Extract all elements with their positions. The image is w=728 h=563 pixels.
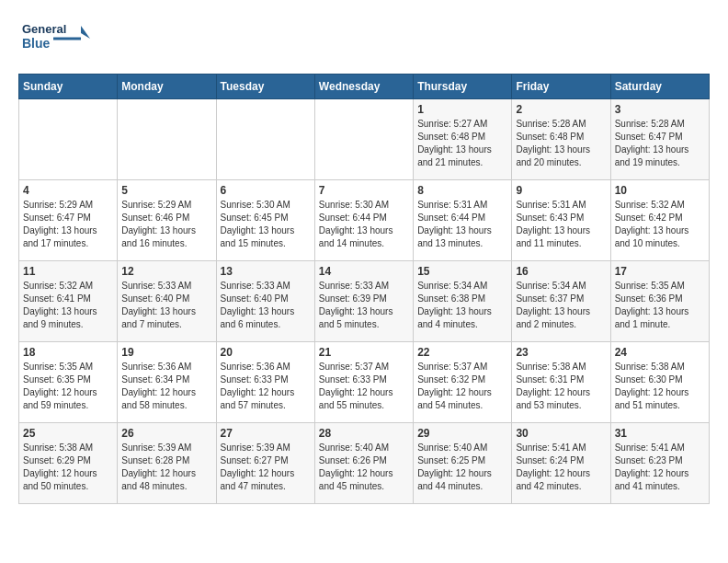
day-header: Tuesday: [216, 75, 314, 99]
day-number: 3: [615, 103, 705, 116]
calendar-cell: 24Sunrise: 5:38 AM Sunset: 6:30 PM Dayli…: [610, 342, 709, 423]
calendar-cell: 25Sunrise: 5:38 AM Sunset: 6:29 PM Dayli…: [19, 423, 118, 504]
day-number: 12: [121, 265, 211, 278]
day-info: Sunrise: 5:36 AM Sunset: 6:33 PM Dayligh…: [221, 361, 311, 412]
day-number: 7: [319, 184, 409, 197]
day-number: 30: [516, 427, 606, 440]
calendar-cell: 29Sunrise: 5:40 AM Sunset: 6:25 PM Dayli…: [414, 423, 512, 504]
calendar-cell: 28Sunrise: 5:40 AM Sunset: 6:26 PM Dayli…: [314, 423, 413, 504]
calendar-cell: 7Sunrise: 5:30 AM Sunset: 6:44 PM Daylig…: [314, 180, 413, 261]
calendar-cell: 6Sunrise: 5:30 AM Sunset: 6:45 PM Daylig…: [216, 180, 314, 261]
day-number: 2: [516, 103, 606, 116]
day-number: 19: [121, 346, 211, 359]
day-info: Sunrise: 5:28 AM Sunset: 6:47 PM Dayligh…: [615, 118, 705, 169]
day-info: Sunrise: 5:37 AM Sunset: 6:32 PM Dayligh…: [417, 361, 507, 412]
day-info: Sunrise: 5:37 AM Sunset: 6:33 PM Dayligh…: [319, 361, 409, 412]
day-number: 18: [23, 346, 113, 359]
day-info: Sunrise: 5:35 AM Sunset: 6:36 PM Dayligh…: [615, 280, 705, 331]
day-number: 9: [516, 184, 606, 197]
day-number: 15: [417, 265, 507, 278]
calendar-cell: 18Sunrise: 5:35 AM Sunset: 6:35 PM Dayli…: [19, 342, 118, 423]
calendar-cell: 13Sunrise: 5:33 AM Sunset: 6:40 PM Dayli…: [216, 261, 314, 342]
svg-text:General: General: [22, 22, 66, 36]
day-info: Sunrise: 5:31 AM Sunset: 6:44 PM Dayligh…: [417, 199, 507, 250]
svg-text:Blue: Blue: [22, 36, 51, 51]
day-info: Sunrise: 5:38 AM Sunset: 6:29 PM Dayligh…: [23, 442, 113, 493]
calendar-cell: 23Sunrise: 5:38 AM Sunset: 6:31 PM Dayli…: [512, 342, 610, 423]
day-info: Sunrise: 5:33 AM Sunset: 6:40 PM Dayligh…: [121, 280, 211, 331]
logo: General Blue: [18, 18, 92, 64]
calendar-cell: 11Sunrise: 5:32 AM Sunset: 6:41 PM Dayli…: [19, 261, 118, 342]
calendar-cell: 17Sunrise: 5:35 AM Sunset: 6:36 PM Dayli…: [610, 261, 709, 342]
calendar-cell: [118, 99, 216, 180]
day-info: Sunrise: 5:40 AM Sunset: 6:25 PM Dayligh…: [417, 442, 507, 493]
day-info: Sunrise: 5:33 AM Sunset: 6:40 PM Dayligh…: [221, 280, 311, 331]
day-number: 25: [23, 427, 113, 440]
calendar-cell: 5Sunrise: 5:29 AM Sunset: 6:46 PM Daylig…: [118, 180, 216, 261]
day-number: 16: [516, 265, 606, 278]
day-info: Sunrise: 5:29 AM Sunset: 6:47 PM Dayligh…: [23, 199, 113, 250]
svg-marker-3: [81, 26, 90, 39]
day-number: 10: [615, 184, 705, 197]
calendar-cell: 15Sunrise: 5:34 AM Sunset: 6:38 PM Dayli…: [414, 261, 512, 342]
day-number: 28: [319, 427, 409, 440]
day-number: 31: [615, 427, 705, 440]
day-info: Sunrise: 5:41 AM Sunset: 6:24 PM Dayligh…: [516, 442, 606, 493]
day-info: Sunrise: 5:33 AM Sunset: 6:39 PM Dayligh…: [319, 280, 409, 331]
day-number: 17: [615, 265, 705, 278]
day-number: 11: [23, 265, 113, 278]
day-info: Sunrise: 5:40 AM Sunset: 6:26 PM Dayligh…: [319, 442, 409, 493]
day-info: Sunrise: 5:38 AM Sunset: 6:30 PM Dayligh…: [615, 361, 705, 412]
day-number: 23: [516, 346, 606, 359]
day-number: 26: [121, 427, 211, 440]
day-header: Thursday: [414, 75, 512, 99]
calendar-table: SundayMondayTuesdayWednesdayThursdayFrid…: [18, 74, 710, 504]
calendar-cell: 14Sunrise: 5:33 AM Sunset: 6:39 PM Dayli…: [314, 261, 413, 342]
calendar-cell: 20Sunrise: 5:36 AM Sunset: 6:33 PM Dayli…: [216, 342, 314, 423]
day-header: Friday: [512, 75, 610, 99]
day-number: 22: [417, 346, 507, 359]
day-number: 14: [319, 265, 409, 278]
day-info: Sunrise: 5:32 AM Sunset: 6:41 PM Dayligh…: [23, 280, 113, 331]
day-header: Wednesday: [314, 75, 413, 99]
day-number: 13: [221, 265, 311, 278]
calendar-cell: [216, 99, 314, 180]
calendar-cell: 26Sunrise: 5:39 AM Sunset: 6:28 PM Dayli…: [118, 423, 216, 504]
day-info: Sunrise: 5:39 AM Sunset: 6:27 PM Dayligh…: [221, 442, 311, 493]
day-number: 20: [221, 346, 311, 359]
day-info: Sunrise: 5:35 AM Sunset: 6:35 PM Dayligh…: [23, 361, 113, 412]
day-info: Sunrise: 5:39 AM Sunset: 6:28 PM Dayligh…: [121, 442, 211, 493]
calendar-cell: [19, 99, 118, 180]
day-header: Saturday: [610, 75, 709, 99]
day-info: Sunrise: 5:31 AM Sunset: 6:43 PM Dayligh…: [516, 199, 606, 250]
calendar-cell: 10Sunrise: 5:32 AM Sunset: 6:42 PM Dayli…: [610, 180, 709, 261]
calendar-cell: 27Sunrise: 5:39 AM Sunset: 6:27 PM Dayli…: [216, 423, 314, 504]
day-info: Sunrise: 5:27 AM Sunset: 6:48 PM Dayligh…: [417, 118, 507, 169]
calendar-cell: 2Sunrise: 5:28 AM Sunset: 6:48 PM Daylig…: [512, 99, 610, 180]
day-number: 29: [417, 427, 507, 440]
day-number: 24: [615, 346, 705, 359]
calendar-cell: 8Sunrise: 5:31 AM Sunset: 6:44 PM Daylig…: [414, 180, 512, 261]
calendar-cell: 9Sunrise: 5:31 AM Sunset: 6:43 PM Daylig…: [512, 180, 610, 261]
calendar-cell: 19Sunrise: 5:36 AM Sunset: 6:34 PM Dayli…: [118, 342, 216, 423]
day-info: Sunrise: 5:34 AM Sunset: 6:38 PM Dayligh…: [417, 280, 507, 331]
day-info: Sunrise: 5:30 AM Sunset: 6:44 PM Dayligh…: [319, 199, 409, 250]
day-number: 1: [417, 103, 507, 116]
day-number: 8: [417, 184, 507, 197]
day-info: Sunrise: 5:38 AM Sunset: 6:31 PM Dayligh…: [516, 361, 606, 412]
calendar-cell: [314, 99, 413, 180]
calendar-cell: 1Sunrise: 5:27 AM Sunset: 6:48 PM Daylig…: [414, 99, 512, 180]
page-header: General Blue: [18, 18, 710, 64]
day-info: Sunrise: 5:28 AM Sunset: 6:48 PM Dayligh…: [516, 118, 606, 169]
calendar-cell: 3Sunrise: 5:28 AM Sunset: 6:47 PM Daylig…: [610, 99, 709, 180]
logo-svg: General Blue: [18, 18, 92, 64]
day-number: 21: [319, 346, 409, 359]
day-info: Sunrise: 5:32 AM Sunset: 6:42 PM Dayligh…: [615, 199, 705, 250]
day-header: Monday: [118, 75, 216, 99]
calendar-cell: 16Sunrise: 5:34 AM Sunset: 6:37 PM Dayli…: [512, 261, 610, 342]
day-number: 27: [221, 427, 311, 440]
day-number: 4: [23, 184, 113, 197]
calendar-cell: 12Sunrise: 5:33 AM Sunset: 6:40 PM Dayli…: [118, 261, 216, 342]
calendar-cell: 21Sunrise: 5:37 AM Sunset: 6:33 PM Dayli…: [314, 342, 413, 423]
calendar-cell: 22Sunrise: 5:37 AM Sunset: 6:32 PM Dayli…: [414, 342, 512, 423]
